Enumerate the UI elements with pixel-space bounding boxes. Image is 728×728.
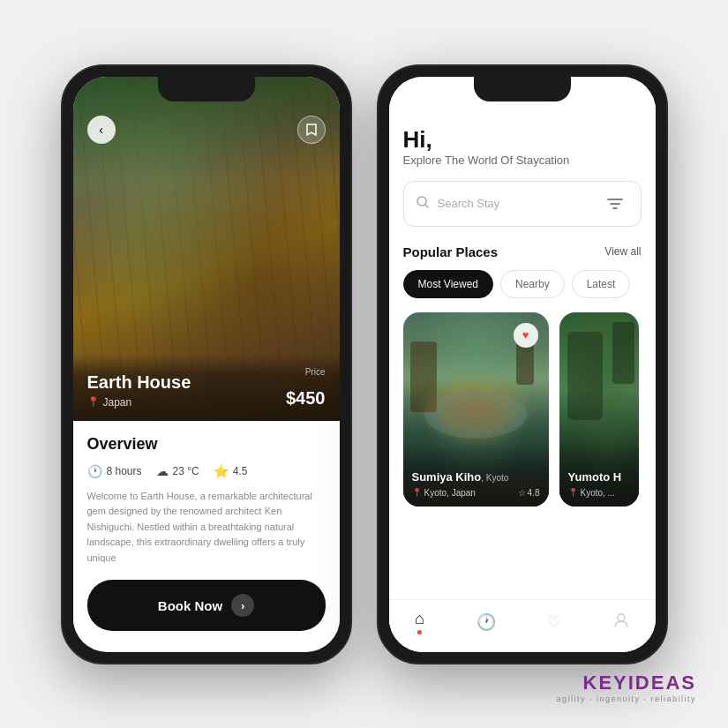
brand-key: KEY (583, 672, 628, 694)
price-value: $450 (286, 388, 326, 409)
overview-text: Welcome to Earth House, a remarkable arc… (87, 489, 326, 567)
notch-right (474, 77, 571, 101)
tab-most-viewed[interactable]: Most Viewed (403, 270, 493, 298)
greeting: Hi, Explore The World Of Staycation (403, 116, 642, 167)
nav-history[interactable]: 🕐 (477, 612, 496, 632)
book-arrow-icon: › (231, 594, 254, 617)
brand-tagline: agility · ingenuity · reliability (556, 694, 696, 703)
card-meta-1: 📍 Kyoto, Japan ☆ 4.8 (412, 488, 540, 498)
search-bar[interactable]: Search Stay (403, 181, 642, 227)
svg-line-1 (425, 205, 428, 207)
brand-ideas: IDEAS (628, 672, 696, 694)
popular-places-label: Popular Places (403, 244, 499, 259)
filter-button[interactable] (602, 191, 628, 217)
clock-icon: 🕐 (87, 464, 102, 478)
tab-latest[interactable]: Latest (572, 270, 631, 298)
nav-active-dot (417, 630, 422, 634)
view-all-button[interactable]: View all (604, 245, 641, 258)
scene: ‹ Earth House 📍 Japan Price $450 (0, 0, 728, 728)
book-now-button[interactable]: Book Now › (87, 580, 326, 631)
cloud-icon: ☁ (156, 464, 169, 478)
hero-image: ‹ Earth House 📍 Japan Price $450 (73, 77, 340, 421)
tabs-row: Most Viewed Nearby Latest (403, 270, 642, 298)
profile-icon (613, 612, 629, 633)
left-phone: ‹ Earth House 📍 Japan Price $450 (61, 64, 352, 664)
location-pin-icon: 📍 (87, 396, 100, 408)
card-name-1: Sumiya Kiho, Kyoto (412, 470, 540, 484)
place-card-2[interactable]: Yumoto H 📍 Kyoto, ... (559, 312, 639, 507)
detail-section: Overview 🕐 8 hours ☁ 23 °C ⭐ 4.5 We (73, 421, 340, 632)
overview-title: Overview (87, 435, 326, 454)
clock-nav-icon: 🕐 (477, 612, 496, 632)
nav-profile[interactable] (613, 612, 629, 633)
screen-content: Hi, Explore The World Of Staycation Sear… (389, 77, 656, 652)
stat-temperature: ☁ 23 °C (156, 464, 199, 478)
greeting-hi: Hi, (403, 126, 642, 154)
tab-nearby[interactable]: Nearby (500, 270, 565, 298)
svg-point-5 (618, 614, 625, 621)
location-icon-1: 📍 (412, 488, 422, 497)
card-location-2: 📍 Kyoto, ... (568, 488, 615, 498)
section-header: Popular Places View all (403, 244, 642, 259)
place-card-1[interactable]: ♥ Sumiya Kiho, Kyoto 📍 Kyoto, Japan (403, 312, 549, 507)
brand-watermark: KEYIDEAS agility · ingenuity · reliabili… (556, 672, 696, 703)
home-icon: ⌂ (415, 610, 424, 628)
nav-home[interactable]: ⌂ (415, 610, 424, 634)
card-location-1: 📍 Kyoto, Japan (412, 488, 476, 498)
property-info: Earth House 📍 Japan Price $450 (73, 355, 340, 421)
cards-row: ♥ Sumiya Kiho, Kyoto 📍 Kyoto, Japan (403, 312, 642, 507)
price-label: Price (305, 367, 326, 377)
card-overlay-1: Sumiya Kiho, Kyoto 📍 Kyoto, Japan ☆ 4.8 (403, 444, 549, 507)
search-icon (417, 196, 429, 211)
heart-nav-icon: ♡ (547, 612, 561, 632)
bookmark-button[interactable] (297, 116, 326, 144)
card-rating-1: ☆ 4.8 (518, 488, 540, 498)
notch (158, 77, 255, 101)
stats-row: 🕐 8 hours ☁ 23 °C ⭐ 4.5 (87, 464, 326, 478)
heart-button-1[interactable]: ♥ (514, 323, 538, 348)
star-icon: ⭐ (214, 464, 229, 478)
location-icon-2: 📍 (568, 488, 578, 497)
bottom-nav: ⌂ 🕐 ♡ (389, 599, 656, 652)
brand-name: KEYIDEAS (556, 672, 696, 694)
nav-favorites[interactable]: ♡ (547, 612, 561, 632)
right-phone: Hi, Explore The World Of Staycation Sear… (377, 64, 668, 664)
back-button[interactable]: ‹ (87, 116, 116, 144)
search-input[interactable]: Search Stay (438, 197, 602, 210)
star-icon-1: ☆ (518, 488, 526, 498)
stat-rating: ⭐ 4.5 (214, 464, 248, 478)
card-overlay-2: Yumoto H 📍 Kyoto, ... (559, 444, 639, 507)
greeting-sub: Explore The World Of Staycation (403, 154, 642, 167)
card-meta-2: 📍 Kyoto, ... (568, 488, 630, 498)
card-name-2: Yumoto H (568, 470, 630, 484)
stat-duration: 🕐 8 hours (87, 464, 142, 478)
